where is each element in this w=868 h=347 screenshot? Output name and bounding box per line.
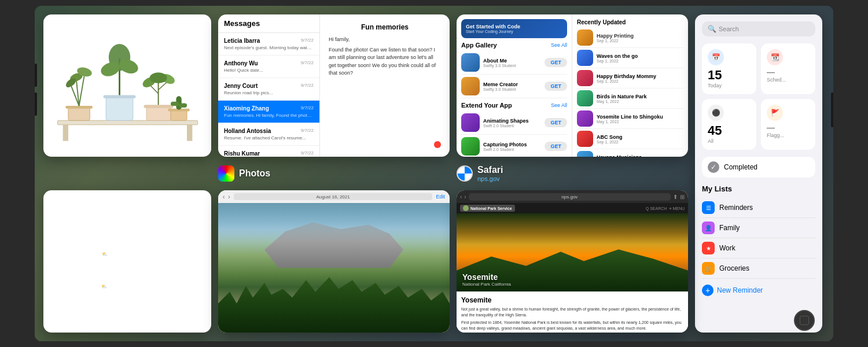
right-app-name-3: Happy Birthday Mommy — [597, 73, 683, 79]
app-gallery-see-all[interactable]: See All — [551, 42, 567, 48]
weather-card[interactable]: Cupertino 61° Partly Cloudy Tue ☀ 70° 82… — [43, 190, 211, 333]
safari-url-bar[interactable]: nps.gov — [469, 193, 671, 201]
extend-see-all[interactable]: See All — [551, 102, 567, 108]
new-reminder-button[interactable]: + New Reminder — [702, 285, 815, 296]
nps-menu-link[interactable]: ≡ MENU — [669, 206, 685, 211]
all-widget[interactable]: ⚫ 45 All — [702, 99, 756, 150]
drawing-app-card[interactable] — [43, 14, 211, 157]
get-animshapes-button[interactable]: GET — [545, 118, 567, 127]
completed-row[interactable]: ✓ Completed — [702, 157, 815, 178]
message-item-5[interactable]: Holland Antossia 9/7/22 Resume. I've att… — [218, 123, 319, 146]
list-item-work[interactable]: ★ Work — [702, 238, 815, 259]
get-memecreator-button[interactable]: GET — [545, 82, 567, 91]
today-widget[interactable]: 📅 15 Today — [702, 43, 756, 94]
safari-app-title: Safari — [477, 165, 503, 175]
app-gallery-title: App Gallery — [461, 42, 497, 49]
safari-share-icon[interactable]: ⬆ — [673, 194, 678, 200]
contact-name: Leticia Ibarra — [224, 38, 260, 44]
weather-city: Cupertino — [52, 199, 203, 208]
flagged-widget[interactable]: 🚩 — Flagg... — [761, 99, 815, 150]
volume-up-button[interactable] — [35, 64, 37, 87]
appstore-card[interactable]: Get Started with Code Start Your Coding … — [457, 14, 688, 157]
svg-rect-1 — [62, 125, 68, 141]
home-button[interactable] — [794, 310, 815, 331]
right-app-row-2[interactable]: Waves on the go Sep 1, 2022 — [577, 48, 683, 68]
right-app-icon-2 — [577, 50, 593, 66]
list-item-reminders[interactable]: ☰ Reminders — [702, 198, 815, 218]
reminders-card[interactable]: 🔍 Search 📅 15 Today 📆 — [695, 14, 822, 333]
message-item-6[interactable]: Rishu Kumar 9/7/22 Neighborhood garden. … — [218, 146, 319, 157]
safari-tabs-icon[interactable]: ⊞ — [680, 194, 685, 200]
app-row-animshapes[interactable]: Animating Shapes Swift 2.0 Student GET — [461, 111, 567, 135]
messages-header: Messages — [218, 14, 319, 33]
safari-card[interactable]: ‹ › nps.gov ⬆ ⊞ National Park Service Q … — [457, 190, 688, 333]
reminders-list-icon: ☰ — [702, 201, 715, 214]
today-label: Today — [708, 83, 722, 88]
nps-search-link[interactable]: Q SEARCH — [646, 206, 667, 211]
all-label: All — [708, 138, 713, 144]
photos-edit-button[interactable]: Edit — [436, 194, 445, 200]
completed-label: Completed — [724, 163, 757, 171]
photos-app-title: Photos — [239, 168, 270, 179]
power-button[interactable] — [831, 93, 833, 127]
right-app-row-1[interactable]: Happy Printing Sep 1, 2022 — [577, 28, 683, 48]
right-app-info-1: Happy Printing Sep 1, 2022 — [597, 33, 683, 43]
app-row-capturephotos[interactable]: Capturing Photos Swift 2.0 Student GET — [461, 135, 567, 157]
volume-down-button[interactable] — [35, 93, 37, 116]
scheduled-widget[interactable]: 📆 — Sched... — [761, 43, 815, 94]
right-app-date-1: Sep 1, 2022 — [597, 39, 683, 43]
list-name-work: Work — [719, 244, 815, 252]
extend-app-header: Extend Your App See All — [461, 102, 567, 109]
message-item-1[interactable]: Leticia Ibarra 9/7/22 Next episode's gue… — [218, 33, 319, 56]
contact-name-5: Holland Antossia — [224, 128, 271, 134]
forecast-lo-6: 54° — [148, 284, 155, 289]
svg-rect-18 — [144, 105, 173, 109]
right-app-row-5[interactable]: Yosemite Line to Shingoku May 1, 2022 — [577, 109, 683, 129]
photos-nav-back-icon[interactable]: ‹ — [223, 194, 225, 200]
forecast-hi-3: 78° — [196, 260, 203, 265]
safari-label-row: Safari nps.gov — [457, 164, 688, 183]
app-cat-aboutme: Swifty 3.0 Student — [483, 64, 545, 68]
right-app-icon-1 — [577, 29, 593, 46]
message-item-3[interactable]: Jenny Court 9/7/22 Reunion road trip pic… — [218, 78, 319, 101]
groceries-list-icon: 🛒 — [702, 262, 715, 275]
photos-card[interactable]: ‹ › August 16, 2021 Edit — [218, 190, 450, 333]
msg-date-3: 9/7/22 — [301, 83, 314, 89]
forecast-row-5: Sat ☀ 62° 84° — [52, 274, 203, 282]
messages-app-card[interactable]: Messages Leticia Ibarra 9/7/22 Next epis… — [218, 14, 450, 157]
get-capturephotos-button[interactable]: GET — [545, 142, 567, 151]
safari-forward-icon[interactable]: › — [464, 194, 466, 200]
right-app-icon-6 — [577, 131, 593, 147]
right-app-row-7[interactable]: Havana Musicians Sep 1, 2022 — [577, 149, 683, 157]
right-app-name-1: Happy Printing — [597, 33, 683, 39]
list-name-family: Family — [719, 224, 815, 232]
reminders-search-bar[interactable]: 🔍 Search — [702, 21, 815, 36]
msg-preview-4: Fun memories. Hi family, Found the photo… — [224, 113, 314, 118]
right-app-name-7: Havana Musicians — [597, 154, 683, 157]
right-app-row-3[interactable]: Happy Birthday Mommy Sep 1, 2022 — [577, 68, 683, 88]
appstore-left-panel: Get Started with Code Start Your Coding … — [457, 14, 572, 157]
photos-nav-forward-icon[interactable]: › — [228, 194, 230, 200]
msg-date-4: 9/7/22 — [301, 105, 314, 112]
list-item-family[interactable]: 👤 Family — [702, 218, 815, 238]
red-notification-dot — [434, 141, 441, 148]
right-app-row-6[interactable]: ABC Song Sep 1, 2022 — [577, 129, 683, 149]
forecast-lo-3: 65° — [147, 260, 154, 265]
list-item-groceries[interactable]: 🛒 Groceries — [702, 259, 815, 279]
forecast-icon-4: ☀ — [100, 268, 104, 273]
get-aboutme-button[interactable]: GET — [545, 58, 567, 67]
message-item-2[interactable]: Anthony Wu 9/7/22 Hello! Quick date... — [218, 56, 319, 78]
safari-back-icon[interactable]: ‹ — [460, 194, 462, 200]
forecast-icon-1: ☀ — [101, 243, 105, 249]
right-app-row-4[interactable]: Birds in Nature Park May 1, 2022 — [577, 88, 683, 109]
app-row-memecreator[interactable]: Meme Creator Swifty 3.0 Student GET — [461, 75, 567, 98]
message-item-4-selected[interactable]: Xiaoming Zhang 9/7/22 Fun memories. Hi f… — [218, 101, 319, 123]
svg-rect-0 — [57, 121, 197, 125]
featured-banner[interactable]: Get Started with Code Start Your Coding … — [461, 19, 567, 38]
nps-text-content: Yosemite Not just a great valley, but a … — [457, 291, 688, 333]
nps-content-title: Yosemite — [461, 296, 683, 304]
forecast-icon-3: 🌤 — [101, 260, 106, 265]
app-row-aboutme[interactable]: About Me Swifty 3.0 Student GET — [461, 51, 567, 75]
msg-date-5: 9/7/22 — [301, 128, 314, 134]
featured-subtitle: Start Your Coding Journey — [466, 29, 562, 34]
